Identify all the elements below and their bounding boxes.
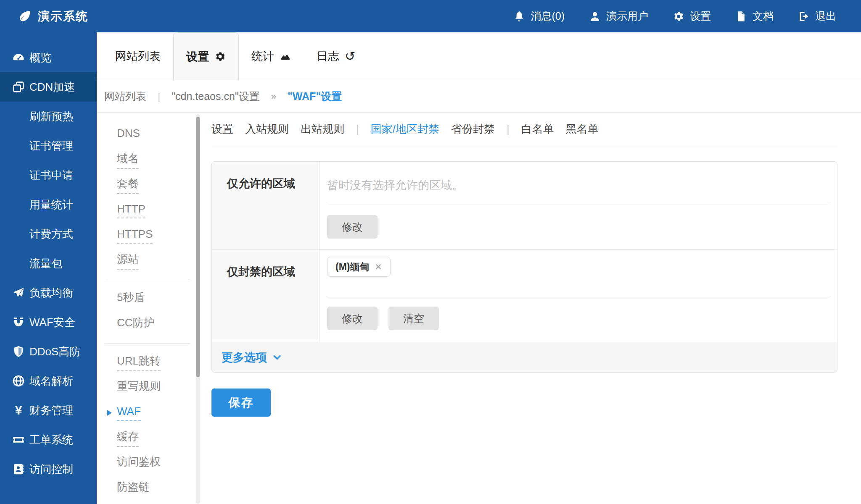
sidebar-item-cert-manage[interactable]: 证书管理 <box>0 131 97 160</box>
waf-tab-settings[interactable]: 设置 <box>211 122 233 136</box>
breadcrumb-site-list[interactable]: 网站列表 <box>104 89 146 103</box>
history-icon: ↺ <box>345 50 355 63</box>
gear-icon <box>673 10 684 22</box>
sidebar-label: 证书管理 <box>29 139 73 153</box>
subnav-scrollbar-track[interactable] <box>196 114 200 504</box>
document-icon <box>735 10 747 22</box>
allowed-modify-button[interactable]: 修改 <box>327 215 378 239</box>
region-tag[interactable]: (M)缅甸 <box>327 257 391 277</box>
sidebar-label: WAF安全 <box>29 315 75 330</box>
sidebar-item-cert-apply[interactable]: 证书申请 <box>0 160 97 190</box>
sidebar-label: 流量包 <box>29 256 62 271</box>
settings-menu-item[interactable]: 设置 <box>660 0 723 32</box>
sidebar-item-usage-stats[interactable]: 用量统计 <box>0 190 97 219</box>
ticket-icon <box>11 433 26 446</box>
blocked-regions-input[interactable]: (M)缅甸 <box>327 257 829 277</box>
logout-menu-item[interactable]: 退出 <box>786 0 848 32</box>
subnav-item-rewrite-rules[interactable]: 重写规则 <box>97 375 202 400</box>
sidebar-label: 计费方式 <box>29 227 73 242</box>
user-menu-item[interactable]: 演示用户 <box>577 0 660 32</box>
sidebar-label: 域名解析 <box>29 374 73 388</box>
paper-plane-icon <box>11 286 26 299</box>
sidebar-item-load-balance[interactable]: 负载均衡 <box>0 278 97 307</box>
waf-tab-inbound-rules[interactable]: 入站规则 <box>245 122 289 136</box>
blocked-clear-button[interactable]: 清空 <box>388 307 439 330</box>
sidebar-label: DDoS高防 <box>29 344 80 359</box>
tab-logs[interactable]: 日志 ↺ <box>304 32 368 80</box>
subnav-item-http[interactable]: HTTP <box>97 198 202 223</box>
sidebar-item-ddos[interactable]: DDoS高防 <box>0 337 97 366</box>
waf-tab-province-block[interactable]: 省份封禁 <box>451 122 495 136</box>
breadcrumb: 网站列表 | "cdn.teaos.cn"设置 » "WAF"设置 <box>97 81 861 113</box>
sidebar-item-billing-mode[interactable]: 计费方式 <box>0 219 97 249</box>
tab-site-list[interactable]: 网站列表 <box>103 32 173 80</box>
waf-tab-country-block[interactable]: 国家/地区封禁 <box>371 122 439 136</box>
sidebar-item-refresh-prewarm[interactable]: 刷新预热 <box>0 102 97 131</box>
subnav-divider <box>105 280 190 280</box>
subnav-item-https[interactable]: HTTPS <box>97 223 202 248</box>
main-area: 网站列表 设置 统计 日志 ↺ 网站列表 | "cdn.teaos.cn"设置 … <box>97 32 861 504</box>
user-icon <box>589 10 601 22</box>
more-options-link[interactable]: 更多选项 <box>222 350 282 365</box>
gear-icon <box>214 51 226 62</box>
sidebar-item-waf-security[interactable]: WAF安全 <box>0 307 97 337</box>
waf-tab-whitelist[interactable]: 白名单 <box>521 122 554 136</box>
allowed-regions-label: 仅允许的区域 <box>212 162 320 249</box>
messages-menu-item[interactable]: 消息(0) <box>501 0 577 32</box>
waf-tab-outbound-rules[interactable]: 出站规则 <box>301 122 344 136</box>
sidebar-item-dns-resolve[interactable]: 域名解析 <box>0 366 97 396</box>
subnav-item-domain[interactable]: 域名 <box>97 147 202 173</box>
leaf-icon <box>18 9 32 24</box>
sidebar-label: 刷新预热 <box>29 109 73 124</box>
sidebar-label: 负载均衡 <box>29 286 73 300</box>
topbar: 演示系统 消息(0) 演示用户 设置 文档 <box>0 0 861 32</box>
yen-icon: ¥ <box>11 404 26 417</box>
bell-icon <box>513 10 525 22</box>
chart-area-icon <box>280 50 291 62</box>
subnav-item-cache[interactable]: 缓存 <box>97 425 202 451</box>
breadcrumb-site-settings[interactable]: "cdn.teaos.cn"设置 <box>172 89 260 103</box>
tab-settings[interactable]: 设置 <box>173 32 239 80</box>
allowed-regions-cell: 暂时没有选择允许的区域。 修改 <box>320 162 837 249</box>
waf-section-tabs: 设置 入站规则 出站规则 | 国家/地区封禁 省份封禁 | 白名单 黑名单 <box>211 113 837 145</box>
settings-label: 设置 <box>690 9 711 23</box>
subnav-item-dns[interactable]: DNS <box>97 122 202 147</box>
subnav-item-plan[interactable]: 套餐 <box>97 173 202 198</box>
tab-label: 网站列表 <box>115 49 161 64</box>
subnav-item-url-redirect[interactable]: URL跳转 <box>97 350 202 375</box>
brand[interactable]: 演示系统 <box>18 8 88 24</box>
sidebar-item-cdn[interactable]: CDN加速 <box>0 72 97 102</box>
subnav-item-waf[interactable]: WAF <box>97 400 202 425</box>
site-tabs: 网站列表 设置 统计 日志 ↺ <box>97 32 861 80</box>
sidebar-item-finance[interactable]: ¥ 财务管理 <box>0 396 97 425</box>
sidebar-item-traffic-pack[interactable]: 流量包 <box>0 249 97 278</box>
sidebar-label: 用量统计 <box>29 197 73 212</box>
save-button[interactable]: 保存 <box>211 388 271 417</box>
tabs-separator: | <box>507 123 510 136</box>
tab-label: 设置 <box>186 49 209 64</box>
remove-tag-icon[interactable] <box>375 263 382 270</box>
sidebar-item-overview[interactable]: 概览 <box>0 43 97 72</box>
sidebar-item-access-control[interactable]: 访问控制 <box>0 454 97 484</box>
subnav-item-5s-shield[interactable]: 5秒盾 <box>97 286 202 312</box>
tab-label: 日志 <box>317 49 339 64</box>
sidebar-label: 证书申请 <box>29 168 73 183</box>
blocked-regions-cell: (M)缅甸 修改 清空 <box>320 250 837 342</box>
waf-tab-blacklist[interactable]: 黑名单 <box>566 122 599 136</box>
blocked-modify-button[interactable]: 修改 <box>327 307 378 330</box>
subnav-scrollbar-thumb[interactable] <box>196 117 200 377</box>
subnav-item-cc-protect[interactable]: CC防护 <box>97 312 202 337</box>
messages-label: 消息(0) <box>531 9 565 23</box>
docs-menu-item[interactable]: 文档 <box>723 0 786 32</box>
subnav-item-auth[interactable]: 访问鉴权 <box>97 451 202 476</box>
globe-icon <box>11 374 26 388</box>
active-pointer-icon <box>107 410 112 416</box>
more-options-label: 更多选项 <box>222 350 267 365</box>
sidebar-item-tickets[interactable]: 工单系统 <box>0 425 97 454</box>
breadcrumb-waf-settings[interactable]: "WAF"设置 <box>288 89 342 103</box>
subnav-item-hotlink[interactable]: 防盗链 <box>97 476 202 501</box>
tab-statistics[interactable]: 统计 <box>239 32 304 80</box>
allowed-regions-input[interactable]: 暂时没有选择允许的区域。 <box>327 178 829 191</box>
subnav-item-origin[interactable]: 源站 <box>97 248 202 273</box>
sidebar: 概览 CDN加速 刷新预热 证书管理 证书申请 用量统计 计费方式 流量包 负载… <box>0 32 97 504</box>
